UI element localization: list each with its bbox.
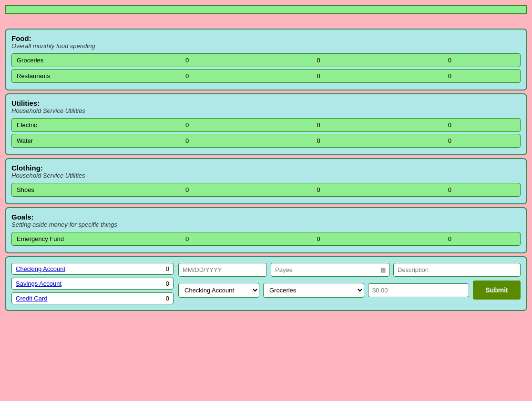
checking-account-link[interactable]: Checking Account: [16, 265, 163, 272]
payee-icon: ▤: [380, 267, 386, 273]
row-val2: 0: [253, 121, 384, 129]
table-row: Restaurants000: [11, 69, 521, 83]
section-clothing-title: Clothing:: [11, 164, 521, 172]
row-val3: 0: [384, 72, 515, 80]
checking-account-value: 0: [166, 265, 169, 272]
row-label: Restaurants: [17, 72, 122, 80]
section-utilities: Utilities:Household Service UtilitiesEle…: [5, 93, 527, 155]
date-input[interactable]: [178, 263, 267, 277]
description-input[interactable]: [393, 263, 521, 277]
row-val3: 0: [384, 121, 515, 129]
table-row: Emergency Fund000: [11, 232, 521, 246]
payee-input[interactable]: [271, 263, 389, 277]
credit-card-link[interactable]: Credit Card: [16, 295, 163, 302]
section-goals-subtitle: Setting aside money for specific things: [11, 221, 521, 228]
credit-card-row: Credit Card 0: [11, 292, 174, 304]
savings-account-value: 0: [166, 280, 169, 287]
row-val1: 0: [122, 121, 253, 129]
row-val1: 0: [122, 72, 253, 80]
transaction-form: Checking Account 0 Savings Account 0 Cre…: [5, 256, 527, 311]
row-val3: 0: [384, 57, 515, 64]
section-food: Food:Overall monthly food spendingGrocer…: [5, 29, 527, 90]
table-row: Groceries000: [11, 53, 521, 67]
section-utilities-title: Utilities:: [11, 99, 521, 107]
row-val3: 0: [384, 235, 515, 242]
right-inputs: ▤ Checking AccountSavings AccountCredit …: [178, 263, 521, 300]
row-val1: 0: [122, 57, 253, 64]
section-goals-title: Goals:: [11, 213, 521, 221]
row-label: Electric: [17, 121, 122, 129]
amount-input[interactable]: [368, 283, 469, 297]
accounts-column: Checking Account 0 Savings Account 0 Cre…: [11, 263, 174, 304]
credit-card-value: 0: [166, 295, 169, 302]
row-label: Emergency Fund: [17, 235, 122, 242]
payee-wrap: ▤: [271, 263, 389, 277]
row-val2: 0: [253, 235, 384, 242]
page-title: [0, 19, 532, 26]
category-select[interactable]: GroceriesRestaurantsElectricWaterShoesEm…: [263, 283, 364, 298]
row-val1: 0: [122, 137, 253, 144]
account-select[interactable]: Checking AccountSavings AccountCredit Ca…: [178, 283, 259, 298]
row-val2: 0: [253, 57, 384, 64]
row-val2: 0: [253, 72, 384, 80]
checking-account-row: Checking Account 0: [11, 263, 174, 275]
savings-account-link[interactable]: Savings Account: [16, 280, 163, 287]
section-food-title: Food:: [11, 34, 521, 42]
table-row: Shoes000: [11, 183, 521, 197]
row-val3: 0: [384, 186, 515, 193]
savings-account-row: Savings Account 0: [11, 278, 174, 290]
section-clothing-subtitle: Household Service Utilities: [11, 172, 521, 179]
row-val1: 0: [122, 235, 253, 242]
section-food-subtitle: Overall monthly food spending: [11, 42, 521, 50]
row-val1: 0: [122, 186, 253, 193]
row-val2: 0: [253, 137, 384, 144]
row-val2: 0: [253, 186, 384, 193]
section-goals: Goals:Setting aside money for specific t…: [5, 207, 527, 253]
row-val3: 0: [384, 137, 515, 144]
app-header: [5, 5, 527, 14]
row-label: Groceries: [17, 57, 122, 64]
submit-button[interactable]: Submit: [473, 281, 521, 300]
row-label: Shoes: [17, 186, 122, 193]
table-row: Electric000: [11, 118, 521, 132]
section-clothing: Clothing:Household Service UtilitiesShoe…: [5, 158, 527, 204]
row-label: Water: [17, 137, 122, 144]
table-row: Water000: [11, 134, 521, 148]
section-utilities-subtitle: Household Service Utilities: [11, 107, 521, 114]
